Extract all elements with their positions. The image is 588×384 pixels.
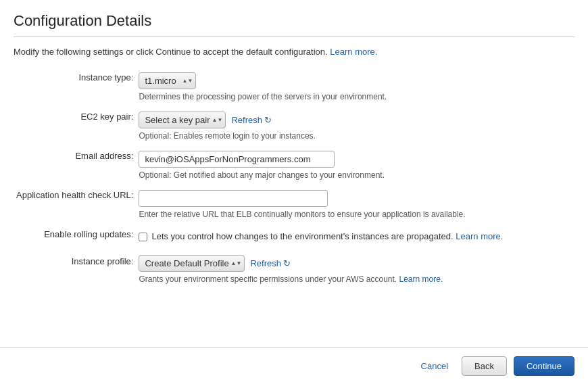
intro-text: Modify the following settings or click C… bbox=[14, 47, 574, 57]
health-check-url-row: Application health check URL: Enter the … bbox=[14, 187, 574, 226]
ec2-key-pair-select-wrapper: Select a key pair bbox=[139, 112, 226, 128]
email-address-label: Email address: bbox=[75, 151, 133, 161]
ec2-key-pair-row: EC2 key pair: Select a key pair Refresh … bbox=[14, 108, 574, 147]
ec2-key-pair-label: EC2 key pair: bbox=[80, 112, 133, 122]
health-check-url-label: Application health check URL: bbox=[16, 190, 133, 200]
ec2-key-pair-refresh-label: Refresh bbox=[231, 115, 262, 125]
back-button[interactable]: Back bbox=[462, 356, 507, 376]
ec2-key-pair-hint: Optional: Enables remote login to your i… bbox=[139, 131, 572, 141]
instance-type-hint: Determines the processing power of the s… bbox=[139, 92, 572, 101]
instance-type-label: Instance type: bbox=[78, 72, 133, 82]
instance-profile-refresh-icon: ↻ bbox=[283, 258, 291, 268]
footer: Cancel Back Continue bbox=[0, 347, 588, 384]
instance-profile-select[interactable]: Create Default Profile bbox=[139, 255, 245, 272]
top-divider bbox=[14, 37, 574, 37]
instance-profile-refresh-link[interactable]: Refresh ↻ bbox=[250, 258, 291, 268]
enable-rolling-updates-checkbox[interactable] bbox=[139, 233, 147, 241]
instance-profile-learn-more-link[interactable]: Learn more. bbox=[399, 274, 443, 284]
continue-button[interactable]: Continue bbox=[514, 356, 574, 376]
health-check-url-hint: Enter the relative URL that ELB continua… bbox=[139, 210, 572, 219]
email-address-input[interactable] bbox=[139, 151, 335, 168]
ec2-key-pair-select[interactable]: Select a key pair bbox=[139, 112, 226, 128]
enable-rolling-updates-description: Lets you control how changes to the envi… bbox=[151, 231, 503, 241]
instance-profile-label: Instance profile: bbox=[72, 256, 134, 266]
instance-profile-row: Instance profile: Create Default Profile… bbox=[14, 248, 574, 291]
instance-profile-select-wrapper: Create Default Profile bbox=[139, 255, 245, 272]
instance-profile-hint: Grants your environment specific permiss… bbox=[139, 274, 572, 284]
configuration-form: Instance type: t1.micro t2.micro t2.smal… bbox=[14, 69, 574, 291]
ec2-key-pair-refresh-link[interactable]: Refresh ↻ bbox=[231, 115, 272, 125]
rolling-updates-learn-more-link[interactable]: Learn more. bbox=[456, 231, 503, 241]
instance-type-row: Instance type: t1.micro t2.micro t2.smal… bbox=[14, 69, 574, 108]
intro-learn-more-link[interactable]: Learn more. bbox=[330, 47, 377, 57]
email-address-hint: Optional: Get notified about any major c… bbox=[139, 170, 572, 180]
instance-profile-refresh-label: Refresh bbox=[250, 258, 281, 268]
enable-rolling-updates-row: Enable rolling updates: Lets you control… bbox=[14, 226, 574, 248]
email-address-row: Email address: Optional: Get notified ab… bbox=[14, 147, 574, 187]
enable-rolling-updates-label: Enable rolling updates: bbox=[44, 229, 133, 239]
cancel-button[interactable]: Cancel bbox=[414, 357, 455, 375]
instance-type-select[interactable]: t1.micro t2.micro t2.small m1.small bbox=[139, 72, 196, 89]
instance-type-select-wrapper: t1.micro t2.micro t2.small m1.small bbox=[139, 72, 196, 89]
ec2-key-pair-refresh-icon: ↻ bbox=[264, 115, 272, 125]
health-check-url-input[interactable] bbox=[139, 190, 328, 207]
page-title: Configuration Details bbox=[14, 12, 574, 30]
